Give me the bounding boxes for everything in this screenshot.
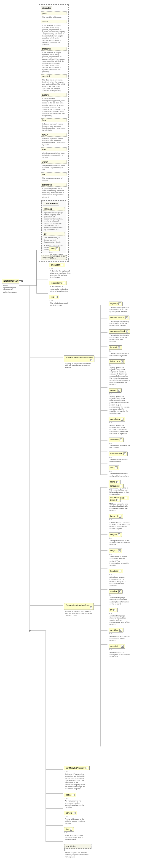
attributes-group: attributes partidThe identifier of the p… (39, 3, 69, 9)
attr-group-title: attributes (41, 6, 52, 9)
